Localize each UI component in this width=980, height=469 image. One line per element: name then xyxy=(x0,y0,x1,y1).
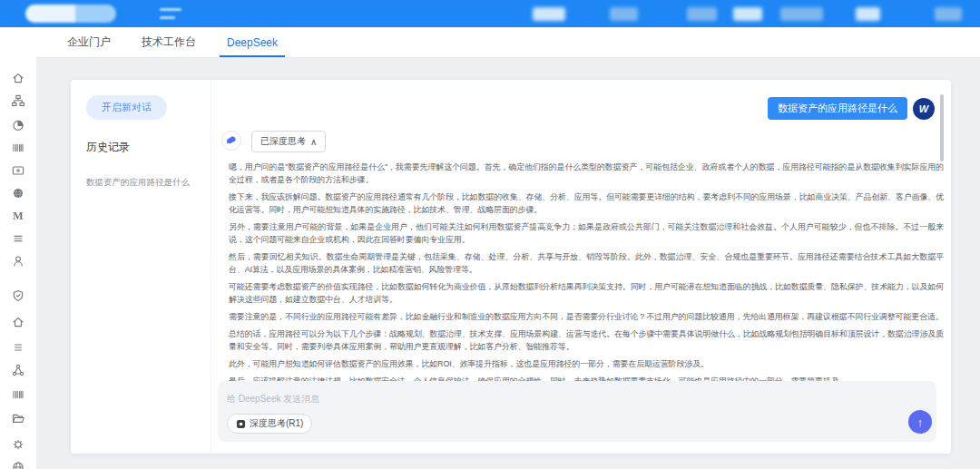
app-logo[interactable] xyxy=(25,5,116,23)
assistant-paragraph: 然后，需要回忆相关知识。数据生命周期管理是关键，包括采集、存储、处理、分析、共享… xyxy=(229,250,944,276)
badge-icon[interactable] xyxy=(11,437,25,452)
globe-dark-icon[interactable] xyxy=(11,186,25,200)
letter-m-icon[interactable]: M xyxy=(11,209,25,223)
user-message-row: 数据资产的应用路径是什么 W xyxy=(211,97,935,120)
user-icon[interactable] xyxy=(11,254,25,269)
topbar-menu-item[interactable] xyxy=(733,7,762,21)
tab-bar: 企业门户 技术工作台 DeepSeek xyxy=(0,27,980,58)
deep-think-icon xyxy=(236,419,246,429)
icon-rail: M xyxy=(0,27,36,469)
message-input[interactable] xyxy=(227,394,927,404)
history-title: 历史记录 xyxy=(86,140,195,155)
org-chart-icon[interactable] xyxy=(11,93,25,108)
topbar xyxy=(0,0,980,27)
card-plus-icon[interactable] xyxy=(11,163,25,178)
shield-icon[interactable] xyxy=(11,288,25,303)
topbar-menu-item[interactable] xyxy=(780,7,823,21)
menu-toggle-icon[interactable] xyxy=(160,8,181,19)
home-icon[interactable] xyxy=(11,71,25,85)
assistant-reasoning-text: 嗯，用户问的是"数据资产的应用路径是什么"，我需要先理解这个问题。首先，确定他们… xyxy=(229,161,944,381)
assistant-paragraph: 需要注意的是，不同行业的应用路径可能有差异，比如金融行业和制造业的数据应用方向不… xyxy=(229,310,944,323)
assistant-paragraph: 总结的话，应用路径可以分为以下几个步骤：战略规划、数据治理、技术支撑、应用场景构… xyxy=(229,327,944,353)
tab-enterprise-portal[interactable]: 企业门户 xyxy=(65,27,113,57)
user-message-bubble: 数据资产的应用路径是什么 xyxy=(768,97,907,120)
new-chat-button[interactable]: 开启新对话 xyxy=(86,95,167,120)
assistant-paragraph: 接下来，我应该拆解问题。数据资产的应用路径通常有几个阶段，比如数据的收集、存储、… xyxy=(229,191,944,216)
menu-lines-icon[interactable] xyxy=(11,231,25,246)
deep-thought-label: 已深度思考 xyxy=(260,135,306,148)
message-list: 数据资产的应用路径是什么 W 已深度思考 ∧ 嗯，用户问的是"数据资产的应用路径… xyxy=(211,80,951,381)
chat-sidebar: 开启新对话 历史记录 数据资产的应用路径是什么 xyxy=(71,80,211,454)
chevron-up-icon: ∧ xyxy=(310,137,317,147)
globe-icon[interactable] xyxy=(11,460,25,469)
pie-chart-icon[interactable] xyxy=(11,118,25,132)
assistant-paragraph: 最后，应该提醒注意的法律法规，比如数据安全法、个人信息保护法，确保应用的合规性。… xyxy=(229,375,944,381)
history-item[interactable]: 数据资产的应用路径是什么 xyxy=(86,177,195,189)
deepseek-whale-avatar xyxy=(221,131,241,151)
tab-tech-workbench[interactable]: 技术工作台 xyxy=(140,27,198,57)
svg-text:M: M xyxy=(13,210,23,222)
assistant-paragraph: 此外，可能用户想知道如何评估数据资产的应用效果，比如ROI、效率提升指标，这也是… xyxy=(229,357,944,370)
chat-scrollbar[interactable] xyxy=(940,94,944,161)
topbar-menu-item[interactable] xyxy=(533,7,565,21)
share-nodes-icon[interactable] xyxy=(11,363,25,377)
composer: 深度思考(R1) ↑ xyxy=(218,381,936,442)
send-button[interactable]: ↑ xyxy=(908,410,932,434)
barcode-alt-icon[interactable] xyxy=(11,387,25,402)
layers-icon[interactable] xyxy=(11,340,25,355)
topbar-menu-item[interactable] xyxy=(610,7,638,21)
arrow-up-icon: ↑ xyxy=(917,415,924,429)
topbar-menu-item[interactable] xyxy=(856,7,880,21)
home-alt-icon[interactable] xyxy=(11,315,25,329)
deep-think-label: 深度思考(R1) xyxy=(250,417,303,430)
barcode-icon[interactable] xyxy=(11,141,25,155)
assistant-paragraph: 可能还需要考虑数据资产的价值实现路径，比如数据如何转化为商业价值，从原始数据到分… xyxy=(229,280,944,306)
deep-thought-toggle[interactable]: 已深度思考 ∧ xyxy=(251,131,326,152)
topbar-menu-item[interactable] xyxy=(935,7,962,21)
assistant-paragraph: 另外，需要注意用户可能的背景，如果是企业用户，他们可能关注如何利用数据资产提高竞… xyxy=(229,220,944,246)
assistant-paragraph: 嗯，用户问的是"数据资产的应用路径是什么"，我需要先理解这个问题。首先，确定他们… xyxy=(229,161,944,186)
user-avatar[interactable]: W xyxy=(913,98,935,120)
assistant-message: 已深度思考 ∧ 嗯，用户问的是"数据资产的应用路径是什么"，我需要先理解这个问题… xyxy=(211,131,951,381)
deep-think-r1-button[interactable]: 深度思考(R1) xyxy=(227,414,312,434)
deepseek-chat-card: 开启新对话 历史记录 数据资产的应用路径是什么 数据资产的应用路径是什么 W 已… xyxy=(71,80,951,454)
tab-deepseek[interactable]: DeepSeek xyxy=(225,29,279,56)
topbar-menu-item[interactable] xyxy=(687,7,717,21)
folder-icon[interactable] xyxy=(11,411,25,425)
